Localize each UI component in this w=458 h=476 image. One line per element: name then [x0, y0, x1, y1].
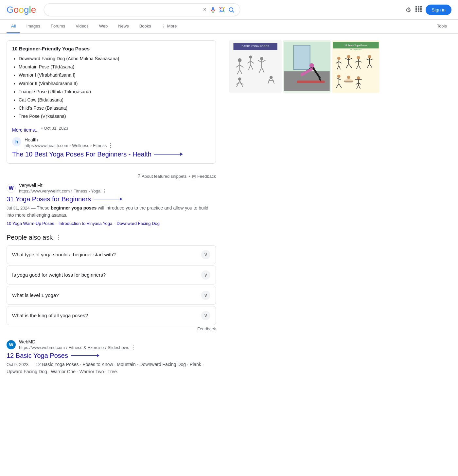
lens-button[interactable]: [219, 7, 225, 13]
svg-point-73: [357, 56, 360, 59]
source-url: https://www.health.com › Wellness › Fitn…: [25, 142, 113, 149]
svg-point-85: [337, 75, 340, 78]
settings-button[interactable]: ⚙: [405, 6, 411, 14]
svg-rect-8: [420, 6, 422, 8]
tab-images[interactable]: Images: [22, 20, 45, 33]
svg-rect-48: [294, 45, 310, 70]
svg-point-36: [270, 76, 273, 79]
result-source-webmd: W WebMD https://www.webmd.com › Fitness …: [7, 339, 216, 351]
paa-question-1[interactable]: What type of yoga should a beginner star…: [7, 245, 216, 264]
google-logo[interactable]: Google: [7, 5, 36, 15]
svg-point-93: [357, 76, 360, 80]
paa-question-4[interactable]: What is the king of all yoga poses? ∨: [7, 306, 216, 325]
svg-rect-13: [418, 10, 419, 12]
more-items-link[interactable]: More items...: [12, 127, 39, 133]
svg-rect-6: [415, 6, 417, 8]
result-source-url-webmd: https://www.webmd.com › Fitness & Exerci…: [19, 344, 136, 351]
svg-rect-9: [415, 8, 417, 10]
clear-button[interactable]: ×: [203, 6, 207, 13]
tab-all[interactable]: All: [7, 20, 20, 33]
results-column: 10 Beginner-Friendly Yoga Poses Downward…: [7, 40, 216, 383]
list-item: Tree Pose (Vṛkṣāsana): [19, 112, 210, 120]
header-right: ⚙ Sign in: [405, 5, 451, 15]
result-logo-webmd: W: [7, 340, 16, 349]
people-also-ask: People also ask ⋮ What type of yoga shou…: [7, 234, 216, 331]
list-item: Downward Facing Dog (Adho Mukha Śvānāsan…: [19, 55, 210, 63]
tab-more[interactable]: ⋮ More: [157, 20, 182, 33]
tab-news[interactable]: News: [114, 20, 133, 33]
sidebar-image-1[interactable]: BASIC YOGA POSES: [229, 40, 282, 93]
snippet-source: h Health https://www.health.com › Wellne…: [12, 137, 210, 149]
search-icon: [228, 7, 235, 13]
feedback-link-snippets[interactable]: Feedback: [197, 174, 216, 179]
result-link-downdog[interactable]: Downward Facing Dog: [117, 221, 160, 226]
source-logo: h: [12, 137, 21, 146]
sidebar-image-3[interactable]: 10 Basic Yoga Poses for beginners: [332, 40, 379, 93]
paa-expand-4[interactable]: ∨: [201, 311, 210, 320]
mic-button[interactable]: [210, 7, 216, 13]
sidebar-images: BASIC YOGA POSES: [229, 40, 379, 93]
svg-rect-14: [420, 10, 422, 12]
svg-point-91: [344, 79, 353, 83]
search-bar: best yoga poses for beginners ×: [44, 3, 240, 16]
paa-question-text-2: Is yoga good for weight loss for beginne…: [12, 272, 106, 278]
search-input[interactable]: best yoga poses for beginners: [49, 7, 200, 13]
paa-question-text-4: What is the king of all yoga poses?: [12, 313, 88, 318]
svg-point-90: [347, 76, 350, 79]
apps-button[interactable]: [415, 6, 422, 14]
result-source-verywellfit: W Verywell Fit https://www.verywellfit.c…: [7, 183, 216, 194]
list-item: Warrior I (Vīrabhadrāsana I): [19, 71, 210, 79]
snippet-list: Downward Facing Dog (Adho Mukha Śvānāsan…: [19, 55, 210, 121]
paa-question-3[interactable]: What is level 1 yoga? ∨: [7, 286, 216, 305]
sidebar-image-2[interactable]: [283, 40, 330, 93]
tab-videos[interactable]: Videos: [71, 20, 93, 33]
svg-rect-0: [212, 7, 214, 10]
yoga-chart-2-svg: 10 Basic Yoga Poses for beginners: [332, 42, 379, 91]
paa-question-2[interactable]: Is yoga good for weight loss for beginne…: [7, 265, 216, 284]
result-arrow-webmd: [71, 354, 99, 357]
paa-expand-1[interactable]: ∨: [201, 250, 210, 259]
source-menu-button[interactable]: ⋮: [108, 142, 113, 149]
result-source-name-webmd: WebMD: [19, 339, 136, 344]
sidebar: BASIC YOGA POSES: [229, 40, 379, 383]
svg-rect-10: [418, 8, 419, 10]
tab-books[interactable]: Books: [135, 20, 156, 33]
about-snippets-separator: •: [188, 174, 190, 179]
paa-feedback[interactable]: Feedback: [7, 326, 216, 331]
paa-heading: People also ask ⋮: [7, 234, 216, 241]
search-submit-button[interactable]: [228, 7, 235, 13]
signin-button[interactable]: Sign in: [426, 5, 451, 15]
result-menu-button-verywellfit[interactable]: ⋮: [102, 188, 107, 194]
tab-forums[interactable]: Forums: [46, 20, 70, 33]
svg-point-24: [249, 55, 252, 59]
list-item: Warrior II (Virabhadrasana II): [19, 80, 210, 88]
link-arrow: [154, 153, 183, 156]
result-link-warmup[interactable]: 10 Yoga Warm-Up Poses: [7, 221, 57, 226]
paa-expand-2[interactable]: ∨: [201, 270, 210, 280]
svg-point-67: [347, 55, 350, 58]
tab-web[interactable]: Web: [95, 20, 113, 33]
search-tabs: All Images Forums Videos Web News Books …: [0, 20, 458, 34]
source-name: Health: [25, 137, 113, 142]
svg-rect-7: [418, 6, 419, 8]
list-item: Child's Pose (Balasana): [19, 104, 210, 112]
yoga-photo-svg: [283, 42, 330, 91]
result-menu-button-webmd[interactable]: ⋮: [131, 344, 136, 351]
result-source-name-verywellfit: Verywell Fit: [19, 183, 107, 188]
about-snippets-link[interactable]: About featured snippets: [142, 174, 186, 179]
featured-snippet: 10 Beginner-Friendly Yoga Poses Downward…: [7, 40, 216, 164]
svg-point-61: [337, 57, 340, 60]
paa-menu-button[interactable]: ⋮: [55, 234, 61, 241]
tools-button[interactable]: Tools: [432, 20, 451, 33]
yoga-chart-svg: BASIC YOGA POSES: [232, 43, 279, 90]
paa-expand-3[interactable]: ∨: [201, 291, 210, 300]
result-links-verywellfit: 10 Yoga Warm-Up Poses Introduction to Vi…: [7, 221, 216, 226]
svg-text:10 Basic Yoga Poses: 10 Basic Yoga Poses: [344, 44, 367, 47]
snippet-result-link[interactable]: The 10 Best Yoga Poses For Beginners - H…: [12, 151, 210, 158]
lens-icon: [219, 7, 225, 13]
result-title-webmd[interactable]: 12 Basic Yoga Poses: [7, 352, 216, 359]
result-title-verywellfit[interactable]: 31 Yoga Poses for Beginners: [7, 195, 216, 203]
result-link-vinyasa[interactable]: Introduction to Vinyasa Yoga: [59, 221, 115, 226]
about-snippets: ? About featured snippets • ⊟ Feedback: [7, 170, 216, 183]
search-result-verywellfit: W Verywell Fit https://www.verywellfit.c…: [7, 183, 216, 226]
